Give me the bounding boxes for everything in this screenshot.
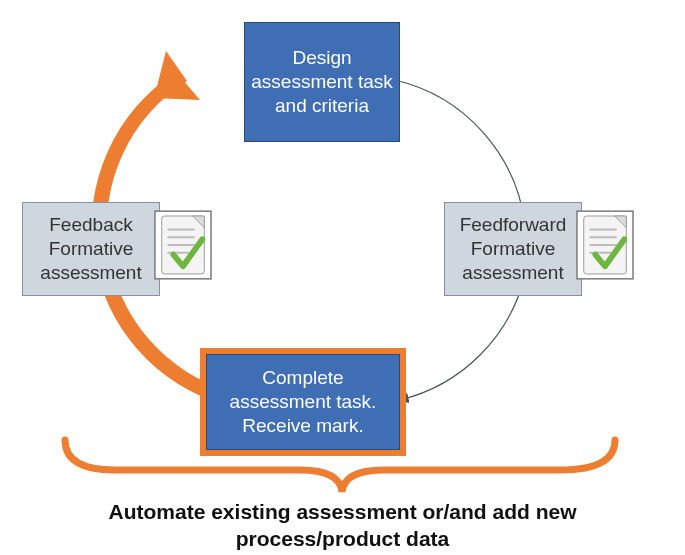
node-feedback-label: Feedback Formative assessment <box>29 213 153 284</box>
node-feedforward: Feedforward Formative assessment <box>444 202 582 296</box>
node-design: Design assessment task and criteria <box>244 22 400 142</box>
assessment-cycle-diagram: Design assessment task and criteria Feed… <box>0 0 685 555</box>
diagram-caption: Automate existing assessment or/and add … <box>60 498 625 553</box>
node-complete: Complete assessment task. Receive mark. <box>206 354 400 450</box>
node-design-label: Design assessment task and criteria <box>251 46 393 117</box>
node-complete-frame: Complete assessment task. Receive mark. <box>200 348 406 456</box>
document-check-icon <box>154 210 212 284</box>
document-check-icon <box>576 210 634 284</box>
node-feedforward-label: Feedforward Formative assessment <box>451 213 575 284</box>
node-feedback: Feedback Formative assessment <box>22 202 160 296</box>
node-complete-label: Complete assessment task. Receive mark. <box>213 366 393 437</box>
